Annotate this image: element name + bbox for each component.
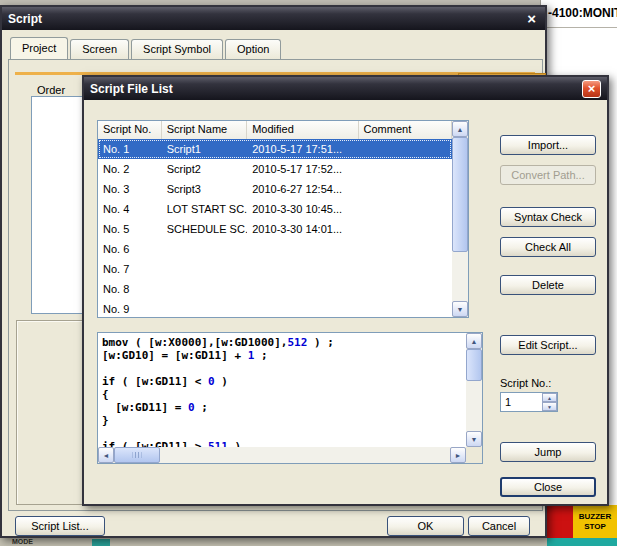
script-no-label: Script No.: <box>500 377 551 389</box>
table-row[interactable]: No. 7 <box>98 259 452 279</box>
hmi-red-block <box>547 505 573 538</box>
table-row[interactable]: No. 9 <box>98 299 452 317</box>
code-lines: bmov ( [w:X0000],[w:GD1000],512 ) ;[w:GD… <box>98 333 466 447</box>
background-window-title: -4100:MONITO <box>548 6 617 20</box>
column-header[interactable]: Script Name <box>162 121 248 139</box>
script-file-list-dialog: Script File List × Script No.Script Name… <box>82 75 609 506</box>
code-line: bmov ( [w:X0000],[w:GD1000],512 ) ; <box>102 336 462 349</box>
table-cell: No. 5 <box>98 223 162 235</box>
table-cell: No. 4 <box>98 203 162 215</box>
table-cell: 2010-3-30 14:01... <box>247 223 358 235</box>
buzzer-label: BUZZER <box>579 512 611 522</box>
script-dialog-titlebar[interactable]: Script × <box>2 7 545 30</box>
file-dialog-titlebar[interactable]: Script File List × <box>84 77 607 100</box>
edit-script-button[interactable]: Edit Script... <box>500 335 596 355</box>
tab-script-symbol[interactable]: Script Symbol <box>131 39 223 59</box>
order-label: Order <box>37 84 65 96</box>
screen: -4100:MONITO BUZZER STOP MODE Script × P… <box>0 0 617 546</box>
spin-up-icon[interactable]: ▲ <box>542 393 557 402</box>
scroll-down-icon[interactable]: ▼ <box>466 431 482 447</box>
script-dialog-title: Script <box>8 12 42 26</box>
background-window-titlebar: -4100:MONITO <box>541 0 617 28</box>
table-row[interactable]: No. 5SCHEDULE SC...2010-3-30 14:01... <box>98 219 452 239</box>
tab-project[interactable]: Project <box>10 37 68 59</box>
check-all-button[interactable]: Check All <box>500 237 596 257</box>
table-cell: No. 6 <box>98 243 162 255</box>
table-row[interactable]: No. 6 <box>98 239 452 259</box>
close-button[interactable]: Close <box>500 477 596 497</box>
scrollbar-thumb[interactable] <box>452 137 468 252</box>
delete-button[interactable]: Delete <box>500 275 596 295</box>
table-cell: No. 3 <box>98 183 162 195</box>
scroll-down-icon[interactable]: ▼ <box>452 301 468 317</box>
table-cell: No. 7 <box>98 263 162 275</box>
code-line: } <box>102 414 462 427</box>
script-preview[interactable]: bmov ( [w:X0000],[w:GD1000],512 ) ;[w:GD… <box>97 332 483 464</box>
table-cell: No. 2 <box>98 163 162 175</box>
table-cell: Script2 <box>162 163 248 175</box>
table-row[interactable]: No. 2Script22010-5-17 17:52... <box>98 159 452 179</box>
spinner-buttons: ▲ ▼ <box>542 393 557 411</box>
stop-label: STOP <box>584 522 606 532</box>
scroll-right-icon[interactable]: ► <box>450 447 466 463</box>
buzzer-stop-button[interactable]: BUZZER STOP <box>573 505 617 538</box>
teal-fragment <box>92 539 110 546</box>
code-hscrollbar[interactable]: ◄ ► <box>98 447 466 463</box>
tab-bar: ProjectScreenScript SymbolOption <box>10 38 283 59</box>
table-cell: 2010-5-17 17:51... <box>247 143 358 155</box>
tab-option[interactable]: Option <box>225 39 281 59</box>
code-line <box>102 362 462 375</box>
file-dialog-title: Script File List <box>90 82 173 96</box>
scroll-up-icon[interactable]: ▲ <box>452 121 468 137</box>
table-cell: No. 8 <box>98 283 162 295</box>
table-row[interactable]: No. 3Script32010-6-27 12:54... <box>98 179 452 199</box>
column-header[interactable]: Script No. <box>98 121 162 139</box>
spin-down-icon[interactable]: ▼ <box>542 402 557 411</box>
hmi-teal-strip <box>547 538 617 546</box>
table-scrollbar[interactable]: ▲ ▼ <box>452 121 468 317</box>
table-rows: No. 1Script12010-5-17 17:51...No. 2Scrip… <box>98 139 452 317</box>
table-header: Script No.Script NameModifiedComment <box>98 121 452 140</box>
import-button[interactable]: Import... <box>500 135 596 155</box>
close-icon[interactable]: × <box>582 80 601 98</box>
table-cell: No. 1 <box>98 143 162 155</box>
convert-path-button: Convert Path... <box>500 165 596 185</box>
code-line <box>102 427 462 440</box>
table-cell: Script3 <box>162 183 248 195</box>
script-no-stepper[interactable]: 1 ▲ ▼ <box>500 392 558 412</box>
table-cell: Script1 <box>162 143 248 155</box>
column-header[interactable]: Comment <box>359 121 452 139</box>
scrollbar-corner <box>466 447 482 463</box>
scrollbar-thumb[interactable] <box>466 349 482 381</box>
table-row[interactable]: No. 1Script12010-5-17 17:51... <box>98 139 452 159</box>
table-cell: No. 9 <box>98 303 162 315</box>
table-cell: LOT START SC... <box>162 203 248 215</box>
tab-screen[interactable]: Screen <box>70 39 129 59</box>
table-row[interactable]: No. 4LOT START SC...2010-3-30 10:45... <box>98 199 452 219</box>
scroll-left-icon[interactable]: ◄ <box>98 447 114 463</box>
column-header[interactable]: Modified <box>247 121 358 139</box>
syntax-check-button[interactable]: Syntax Check <box>500 207 596 227</box>
code-line: { <box>102 388 462 401</box>
table-cell: 2010-5-17 17:52... <box>247 163 358 175</box>
close-icon[interactable]: × <box>524 11 539 26</box>
ok-button[interactable]: OK <box>387 516 464 536</box>
script-no-value: 1 <box>505 396 511 408</box>
bottom-window-fragment: MODE <box>0 538 547 546</box>
code-line: if ( [w:GD11] > 511 ) <box>102 440 462 447</box>
table-cell: 2010-3-30 10:45... <box>247 203 358 215</box>
table-cell: SCHEDULE SC... <box>162 223 248 235</box>
code-line: [w:GD11] = 0 ; <box>102 401 462 414</box>
scrollbar-thumb[interactable] <box>114 447 160 463</box>
table-row[interactable]: No. 8 <box>98 279 452 299</box>
script-file-table: Script No.Script NameModifiedComment No.… <box>97 120 469 318</box>
table-cell: 2010-6-27 12:54... <box>247 183 358 195</box>
code-line: [w:GD10] = [w:GD11] + 1 ; <box>102 349 462 362</box>
scroll-up-icon[interactable]: ▲ <box>466 333 482 349</box>
jump-button[interactable]: Jump <box>500 442 596 462</box>
hmi-screen-fragment: BUZZER STOP <box>547 505 617 546</box>
script-list-button[interactable]: Script List... <box>15 516 105 536</box>
code-line: if ( [w:GD11] < 0 ) <box>102 375 462 388</box>
cancel-button[interactable]: Cancel <box>468 516 530 536</box>
code-vscrollbar[interactable]: ▲ ▼ <box>466 333 482 447</box>
